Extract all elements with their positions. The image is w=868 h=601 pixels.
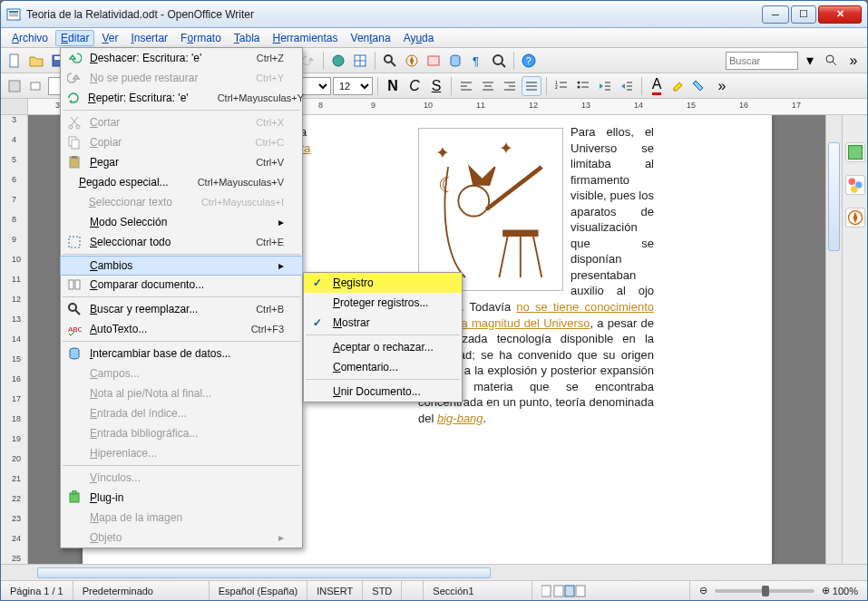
cut-icon bbox=[66, 114, 83, 131]
sidebar-navigator-button[interactable] bbox=[845, 208, 865, 228]
window-title: Teoria de la Relatividad.odt - OpenOffic… bbox=[26, 8, 762, 21]
submenu-item[interactable]: ✓Mostrar bbox=[304, 313, 462, 333]
menu-item-label: Seleccionar todo bbox=[90, 236, 227, 248]
menu-item-shortcut: Ctrl+Mayusculas+I bbox=[201, 197, 284, 208]
align-center-button[interactable] bbox=[478, 76, 498, 96]
menu-item[interactable]: PegarCtrl+V bbox=[61, 152, 302, 172]
search-next-button[interactable] bbox=[822, 51, 842, 71]
menu-item[interactable]: Cambios▸ bbox=[60, 256, 303, 276]
menu-item-shortcut: Ctrl+V bbox=[256, 157, 284, 168]
vertical-ruler[interactable]: 345678910111213141516171819202122232425 bbox=[1, 115, 28, 564]
menu-herramientas[interactable]: Herramientas bbox=[268, 30, 344, 46]
menu-item[interactable]: Pegado especial...Ctrl+Mayusculas+V bbox=[61, 172, 302, 192]
menu-item[interactable]: Repetir: Escritura: 'e'Ctrl+Mayusculas+Y bbox=[61, 88, 302, 108]
hyperlink-button[interactable] bbox=[328, 51, 348, 71]
menu-archivo[interactable]: Archivo bbox=[6, 30, 54, 46]
menu-formato[interactable]: Formato bbox=[175, 30, 227, 46]
zoom-out-icon[interactable]: ⊖ bbox=[699, 585, 707, 596]
status-style[interactable]: Predeterminado bbox=[73, 581, 210, 600]
toolbar2-overflow-button[interactable]: » bbox=[712, 76, 732, 96]
sidebar-styles-button[interactable] bbox=[845, 175, 865, 195]
menu-ayuda[interactable]: Ayuda bbox=[398, 30, 440, 46]
align-right-button[interactable] bbox=[500, 76, 520, 96]
menu-insertar[interactable]: Insertar bbox=[125, 30, 173, 46]
navigator-button[interactable] bbox=[402, 51, 422, 71]
submenu-item[interactable]: Unir Documento... bbox=[304, 382, 462, 402]
hscrollbar-thumb[interactable] bbox=[37, 567, 491, 578]
menu-tabla[interactable]: Tabla bbox=[229, 30, 266, 46]
styles-button[interactable] bbox=[5, 76, 24, 96]
search-dropdown-button[interactable]: ▾ bbox=[800, 51, 820, 71]
status-insert[interactable]: INSERT bbox=[307, 581, 363, 600]
bullet-list-button[interactable] bbox=[573, 76, 593, 96]
find-button[interactable] bbox=[380, 51, 400, 71]
help-button[interactable]: ? bbox=[519, 51, 539, 71]
check-icon: ✓ bbox=[309, 315, 326, 331]
horizontal-scrollbar[interactable] bbox=[1, 564, 867, 580]
bgcolor-button[interactable] bbox=[690, 76, 710, 96]
toolbar-overflow-button[interactable]: » bbox=[844, 51, 863, 71]
highlight-button[interactable] bbox=[668, 76, 688, 96]
table-button[interactable] bbox=[350, 51, 370, 71]
zoom-value[interactable]: 100% bbox=[833, 586, 858, 596]
repeat-icon bbox=[66, 90, 81, 106]
bold-button[interactable]: N bbox=[383, 76, 403, 96]
font-size-select[interactable]: 12 bbox=[333, 77, 373, 95]
italic-button[interactable]: C bbox=[405, 76, 424, 96]
svg-text:✦: ✦ bbox=[499, 139, 513, 158]
submenu-item[interactable]: Aceptar o rechazar... bbox=[304, 337, 462, 357]
menu-item[interactable]: Modo Selección▸ bbox=[61, 212, 302, 232]
status-sel[interactable] bbox=[402, 581, 424, 600]
gallery-button[interactable] bbox=[424, 51, 444, 71]
menu-item[interactable]: Seleccionar todoCtrl+E bbox=[61, 232, 302, 252]
submenu-item[interactable]: Proteger registros... bbox=[304, 293, 462, 313]
menu-item[interactable]: Plug-in bbox=[61, 488, 302, 508]
menu-item[interactable]: Intercambiar base de datos... bbox=[61, 344, 302, 364]
zoom-controls[interactable]: ⊖ ⊕ 100% bbox=[690, 581, 867, 600]
zoom-button[interactable] bbox=[489, 51, 509, 71]
menu-item[interactable]: Deshacer: Escritura: 'e'Ctrl+Z bbox=[61, 48, 302, 68]
menu-item-label: Hiperenlace... bbox=[90, 447, 284, 460]
status-std[interactable]: STD bbox=[363, 581, 402, 600]
status-language[interactable]: Español (España) bbox=[210, 581, 307, 600]
menu-editar[interactable]: Editar bbox=[55, 30, 94, 46]
svg-rect-2 bbox=[9, 14, 18, 15]
new-doc-button[interactable] bbox=[5, 51, 24, 71]
submenu-item[interactable]: Comentario... bbox=[304, 357, 462, 377]
submenu-arrow-icon: ▸ bbox=[278, 531, 284, 544]
minimize-button[interactable]: ─ bbox=[762, 5, 789, 24]
underline-button[interactable]: S bbox=[426, 76, 446, 96]
status-page[interactable]: Página 1 / 1 bbox=[1, 581, 73, 600]
close-button[interactable]: ✕ bbox=[818, 5, 862, 24]
numbered-list-button[interactable]: 12 bbox=[551, 76, 571, 96]
search-input[interactable] bbox=[726, 52, 798, 70]
menu-item[interactable]: Buscar y reemplazar...Ctrl+B bbox=[61, 299, 302, 319]
menu-item-label: Entrada del índice... bbox=[90, 407, 284, 420]
status-section[interactable]: Sección1 bbox=[424, 581, 532, 600]
svg-rect-83 bbox=[565, 586, 574, 596]
align-left-button[interactable] bbox=[456, 76, 476, 96]
menu-item: Objeto▸ bbox=[61, 528, 302, 548]
scrollbar-thumb[interactable] bbox=[828, 142, 840, 251]
open-button[interactable] bbox=[26, 51, 46, 71]
status-view-layout[interactable] bbox=[532, 581, 689, 600]
align-justify-button[interactable] bbox=[522, 76, 541, 96]
submenu-item[interactable]: ✓Registro bbox=[304, 273, 462, 293]
vertical-scrollbar[interactable] bbox=[825, 115, 842, 564]
datasources-button[interactable] bbox=[445, 51, 465, 71]
menu-item: Seleccionar textoCtrl+Mayusculas+I bbox=[61, 192, 302, 212]
increase-indent-button[interactable] bbox=[617, 76, 637, 96]
menu-item[interactable]: Comparar documento... bbox=[61, 275, 302, 295]
font-color-button[interactable]: A bbox=[647, 76, 667, 96]
nonprinting-button[interactable]: ¶ bbox=[467, 51, 487, 71]
menu-item[interactable]: ABCAutoTexto...Ctrl+F3 bbox=[61, 319, 302, 339]
style-dropdown-button[interactable] bbox=[26, 76, 46, 96]
menu-ventana[interactable]: Ventana bbox=[346, 30, 396, 46]
zoom-slider[interactable] bbox=[715, 589, 814, 593]
maximize-button[interactable]: ☐ bbox=[791, 5, 816, 24]
sidebar-gallery-button[interactable] bbox=[845, 142, 865, 162]
decrease-indent-button[interactable] bbox=[595, 76, 615, 96]
menu-ver[interactable]: Ver bbox=[96, 30, 123, 46]
plugin-icon bbox=[66, 490, 83, 506]
zoom-in-icon[interactable]: ⊕ bbox=[822, 585, 830, 596]
